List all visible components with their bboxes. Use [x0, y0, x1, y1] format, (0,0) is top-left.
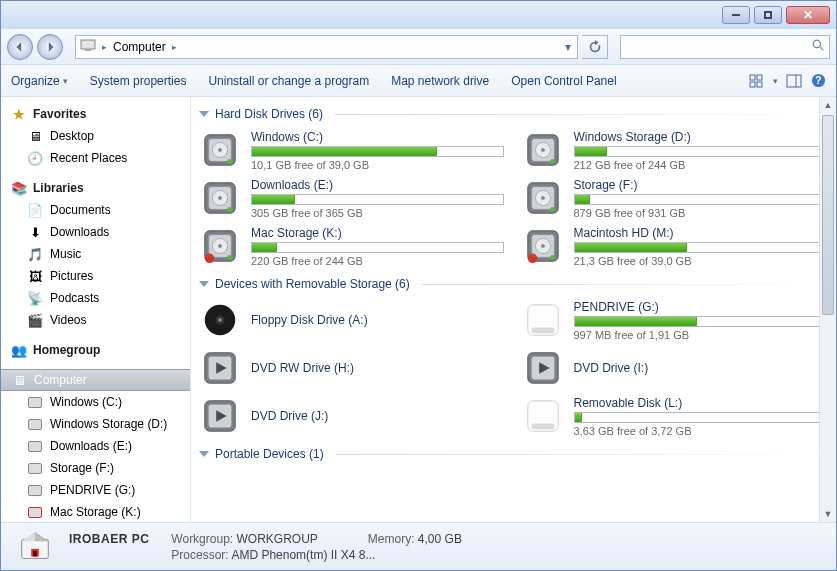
svg-text:?: ? [815, 75, 821, 86]
homegroup-header[interactable]: 👥 Homegroup [1, 339, 190, 361]
help-button[interactable]: ? [810, 73, 826, 89]
capacity-bar [574, 316, 827, 327]
dvd-icon [199, 347, 241, 389]
drive-free-text: 212 GB free of 244 GB [574, 159, 827, 171]
sidebar-item-downloads[interactable]: ⬇Downloads [1, 221, 190, 243]
refresh-button[interactable] [582, 35, 608, 59]
address-dropdown-icon[interactable]: ▾ [559, 40, 577, 54]
videos-icon: 🎬 [27, 312, 43, 328]
maximize-button[interactable] [754, 6, 782, 24]
address-bar[interactable]: ▸ Computer ▸ ▾ [75, 35, 578, 59]
drive-free-text: 879 GB free of 931 GB [574, 207, 827, 219]
svg-rect-7 [757, 82, 762, 87]
sidebar-drive[interactable]: PENDRIVE (G:) [1, 479, 190, 501]
svg-point-26 [227, 207, 232, 212]
sidebar-item-videos[interactable]: 🎬Videos [1, 309, 190, 331]
hdd-icon [199, 129, 241, 171]
back-button[interactable] [7, 34, 33, 60]
removable-section-header[interactable]: Devices with Removable Storage (6) [199, 277, 826, 291]
drive-item[interactable]: Removable Disk (L:)3,63 GB free of 3,72 … [522, 393, 827, 439]
portable-section-header[interactable]: Portable Devices (1) [199, 447, 826, 461]
scroll-up-icon[interactable]: ▲ [822, 97, 834, 113]
sidebar-item-documents[interactable]: 📄Documents [1, 199, 190, 221]
hdd-section-header[interactable]: Hard Disk Drives (6) [199, 107, 826, 121]
drive-icon [27, 394, 43, 410]
svg-point-41 [541, 244, 545, 248]
drive-item[interactable]: PENDRIVE (G:)997 MB free of 1,91 GB [522, 297, 827, 343]
drive-item[interactable]: Floppy Disk Drive (A:) [199, 297, 504, 343]
close-button[interactable]: ✕ [786, 6, 830, 24]
capacity-bar [574, 412, 827, 423]
collapse-icon[interactable] [199, 111, 209, 117]
computer-large-icon [15, 527, 55, 567]
drive-name: DVD Drive (I:) [574, 361, 827, 375]
titlebar: ✕ [1, 1, 836, 29]
drive-item[interactable]: DVD Drive (I:) [522, 345, 827, 391]
drive-name: PENDRIVE (G:) [574, 300, 827, 314]
organize-button[interactable]: Organize▾ [11, 74, 68, 88]
svg-point-16 [227, 159, 232, 164]
documents-icon: 📄 [27, 202, 43, 218]
svg-rect-0 [81, 40, 95, 49]
map-drive-button[interactable]: Map network drive [391, 74, 489, 88]
drive-name: DVD RW Drive (H:) [251, 361, 504, 375]
sidebar-item-pictures[interactable]: 🖼Pictures [1, 265, 190, 287]
scroll-thumb[interactable] [822, 115, 834, 315]
sidebar-drive[interactable]: Mac Storage (K:) [1, 501, 190, 522]
favorites-group: ★ Favorites 🖥Desktop 🕘Recent Places [1, 103, 190, 169]
sidebar-item-computer[interactable]: 🖥 Computer [1, 369, 190, 391]
collapse-icon[interactable] [199, 281, 209, 287]
drive-icon [27, 460, 43, 476]
drive-item[interactable]: Macintosh HD (M:) 21,3 GB free of 39,0 G… [522, 223, 827, 269]
sidebar-item-music[interactable]: 🎵Music [1, 243, 190, 265]
sidebar-drive[interactable]: Storage (F:) [1, 457, 190, 479]
svg-rect-1 [85, 49, 91, 51]
drive-item[interactable]: Windows Storage (D:) 212 GB free of 244 … [522, 127, 827, 173]
drive-free-text: 305 GB free of 365 GB [251, 207, 504, 219]
drive-free-text: 21,3 GB free of 39,0 GB [574, 255, 827, 267]
drive-item[interactable]: DVD Drive (J:) [199, 393, 504, 439]
drive-icon [27, 438, 43, 454]
drive-item[interactable]: DVD RW Drive (H:) [199, 345, 504, 391]
search-box[interactable] [620, 35, 830, 59]
svg-rect-6 [750, 82, 755, 87]
drive-item[interactable]: Downloads (E:) 305 GB free of 365 GB [199, 175, 504, 221]
drive-item[interactable]: Mac Storage (K:) 220 GB free of 244 GB [199, 223, 504, 269]
vertical-scrollbar[interactable]: ▲ ▼ [819, 97, 836, 522]
sidebar-item-podcasts[interactable]: 📡Podcasts [1, 287, 190, 309]
drive-name: Storage (F:) [574, 178, 827, 192]
collapse-icon[interactable] [199, 451, 209, 457]
sidebar-drive[interactable]: Downloads (E:) [1, 435, 190, 457]
preview-pane-button[interactable] [786, 73, 802, 89]
sidebar-item-desktop[interactable]: 🖥Desktop [1, 125, 190, 147]
drive-icon [27, 482, 43, 498]
hdd-icon [199, 177, 241, 219]
drive-name: Macintosh HD (M:) [574, 226, 827, 240]
minimize-button[interactable] [722, 6, 750, 24]
svg-point-20 [541, 148, 545, 152]
favorites-header[interactable]: ★ Favorites [1, 103, 190, 125]
svg-point-2 [813, 40, 820, 47]
usb-icon [522, 299, 564, 341]
system-properties-button[interactable]: System properties [90, 74, 187, 88]
control-panel-button[interactable]: Open Control Panel [511, 74, 616, 88]
forward-button[interactable] [37, 34, 63, 60]
sidebar-drive[interactable]: Windows (C:) [1, 391, 190, 413]
sidebar-item-recent[interactable]: 🕘Recent Places [1, 147, 190, 169]
libraries-group: 📚 Libraries 📄Documents ⬇Downloads 🎵Music… [1, 177, 190, 331]
star-icon: ★ [11, 106, 27, 122]
view-dropdown-icon[interactable]: ▾ [773, 76, 778, 86]
drive-item[interactable]: Windows (C:) 10,1 GB free of 39,0 GB [199, 127, 504, 173]
sidebar-drive[interactable]: Windows Storage (D:) [1, 413, 190, 435]
view-options-button[interactable] [749, 73, 765, 89]
scroll-down-icon[interactable]: ▼ [822, 506, 834, 522]
drive-free-text: 220 GB free of 244 GB [251, 255, 504, 267]
search-input[interactable] [625, 40, 812, 54]
drive-free-text: 3,63 GB free of 3,72 GB [574, 425, 827, 437]
libraries-header[interactable]: 📚 Libraries [1, 177, 190, 199]
uninstall-program-button[interactable]: Uninstall or change a program [208, 74, 369, 88]
svg-point-15 [218, 148, 222, 152]
svg-point-25 [218, 196, 222, 200]
dvd-icon [199, 395, 241, 437]
drive-item[interactable]: Storage (F:) 879 GB free of 931 GB [522, 175, 827, 221]
